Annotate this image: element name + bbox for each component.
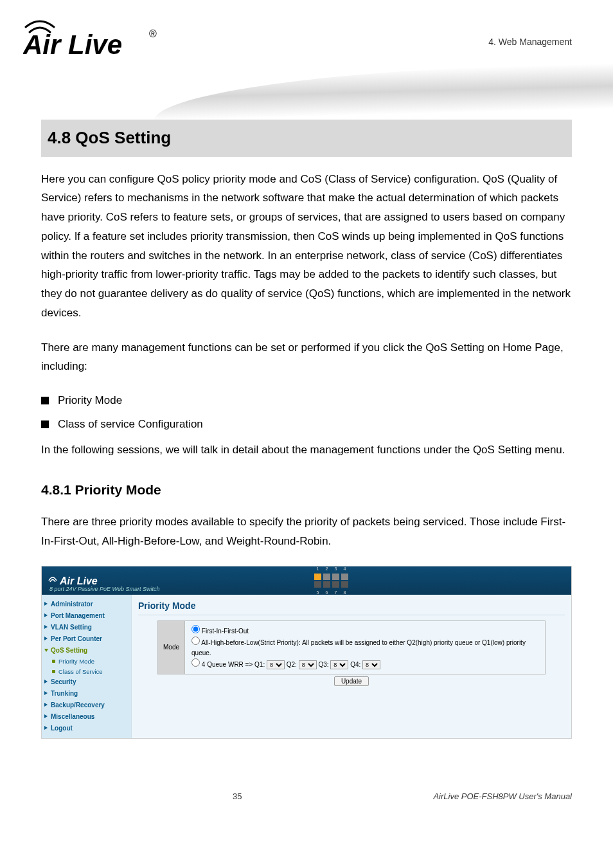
radio-first-in-first-out[interactable]: First-In-First-Out — [191, 625, 538, 637]
square-bullet-icon — [41, 397, 49, 404]
radio-4-queue-wrr[interactable]: 4 Queue WRR => Q1: 8 Q2: 8 Q3: 8 Q4: 8 — [191, 658, 538, 670]
bullet-item: Priority Mode — [41, 392, 572, 409]
port-row-top — [314, 574, 348, 580]
port-led-icon — [314, 574, 321, 580]
radio-input-wrr[interactable] — [191, 658, 200, 667]
airlive-logo-icon: Air Live ® — [23, 12, 158, 60]
bullet-item: Class of service Configuration — [41, 415, 572, 433]
bullet-label: Class of service Configuration — [58, 415, 203, 433]
sidebar-sub-priority-mode[interactable]: Priority Mode — [44, 656, 129, 666]
page-header: 4. Web Management Air Live ® — [0, 0, 613, 103]
page-number: 35 — [233, 790, 242, 804]
sidebar-item-backup-recovery[interactable]: Backup/Recovery — [44, 700, 129, 711]
page-content: 4.8 QoS Setting Here you can configure Q… — [0, 120, 613, 764]
subsection-paragraph: There are three priority modes available… — [41, 512, 572, 551]
sidebar-item-logout[interactable]: Logout — [44, 723, 129, 734]
app-main-panel: Priority Mode Mode First-In-First-Out Al… — [132, 595, 571, 737]
radio-label-part: Q2: — [287, 661, 297, 668]
wrr-q2-select[interactable]: 8 — [299, 660, 317, 669]
app-sidebar: Administrator Port Management VLAN Setti… — [42, 595, 132, 737]
port-numbers-top: 1234 — [314, 565, 348, 572]
port-numbers-bottom: 5678 — [314, 589, 348, 596]
feature-bullets: Priority Mode Class of service Configura… — [41, 392, 572, 433]
wrr-q1-select[interactable]: 8 — [267, 660, 285, 669]
port-led-icon — [332, 574, 339, 580]
sidebar-item-per-port-counter[interactable]: Per Port Counter — [44, 633, 129, 645]
manual-title: AirLive POE-FSH8PW User's Manual — [433, 790, 572, 804]
sidebar-item-administrator[interactable]: Administrator — [44, 599, 129, 610]
page-footer: 35 AirLive POE-FSH8PW User's Manual — [0, 764, 613, 817]
update-button[interactable]: Update — [334, 676, 369, 686]
app-body: Administrator Port Management VLAN Setti… — [42, 595, 571, 737]
app-subtitle: 8 port 24V Passive PoE Web Smart Switch — [49, 584, 159, 593]
port-row-bottom — [314, 581, 348, 588]
port-jack-icon — [341, 581, 348, 588]
subsection-title: 4.8.1 Priority Mode — [41, 479, 572, 501]
wrr-q3-select[interactable]: 8 — [330, 660, 348, 669]
port-jack-icon — [323, 581, 330, 588]
svg-text:®: ® — [149, 28, 157, 39]
chapter-label: 4. Web Management — [488, 35, 572, 49]
radio-label-part: 4 Queue WRR => Q1: — [202, 661, 265, 668]
sidebar-item-security[interactable]: Security — [44, 676, 129, 688]
sidebar-item-port-management[interactable]: Port Management — [44, 610, 129, 622]
sidebar-item-trunking[interactable]: Trunking — [44, 688, 129, 700]
sidebar-item-vlan-setting[interactable]: VLAN Setting — [44, 622, 129, 633]
panel-heading: Priority Mode — [138, 599, 565, 613]
radio-label: First-In-First-Out — [202, 628, 249, 635]
sidebar-item-qos-setting[interactable]: QoS Setting — [44, 645, 129, 656]
port-led-icon — [323, 574, 330, 580]
radio-input-fifo[interactable] — [191, 625, 200, 633]
mode-table: Mode First-In-First-Out All-High-before-… — [157, 620, 546, 674]
port-jack-icon — [314, 581, 321, 588]
update-row: Update — [138, 676, 565, 687]
intro-paragraph: Here you can configure QoS policy priori… — [41, 170, 572, 323]
header-swoosh — [154, 64, 613, 121]
radio-all-high-before-low[interactable]: All-High-before-Low(Strict Priority): Al… — [191, 637, 538, 658]
square-bullet-icon — [41, 420, 49, 428]
sidebar-sub-class-of-service[interactable]: Class of Service — [44, 667, 129, 676]
sidebar-item-miscellaneous[interactable]: Miscellaneous — [44, 711, 129, 723]
radio-label-part: Q3: — [318, 661, 328, 668]
port-status-graphic: 1234 5678 — [314, 565, 348, 596]
port-jack-icon — [332, 581, 339, 588]
mode-options-cell: First-In-First-Out All-High-before-Low(S… — [185, 620, 546, 674]
radio-label: All-High-before-Low(Strict Priority): Al… — [191, 639, 526, 656]
wrr-q4-select[interactable]: 8 — [362, 660, 380, 669]
app-header-bar: Air Live 8 port 24V Passive PoE Web Smar… — [42, 566, 571, 595]
port-led-icon — [341, 574, 348, 580]
svg-text:Air Live: Air Live — [23, 30, 122, 60]
divider — [138, 615, 565, 615]
bullet-label: Priority Mode — [58, 392, 122, 409]
radio-label-part: Q4: — [350, 661, 360, 668]
radio-input-strict[interactable] — [191, 637, 200, 645]
mode-label-cell: Mode — [157, 620, 185, 674]
section-title: 4.8 QoS Setting — [41, 120, 572, 157]
followup-paragraph: In the following sessions, we will talk … — [41, 440, 572, 460]
lead-paragraph: There are many management functions can … — [41, 338, 572, 377]
embedded-app-screenshot: Air Live 8 port 24V Passive PoE Web Smar… — [41, 566, 572, 738]
